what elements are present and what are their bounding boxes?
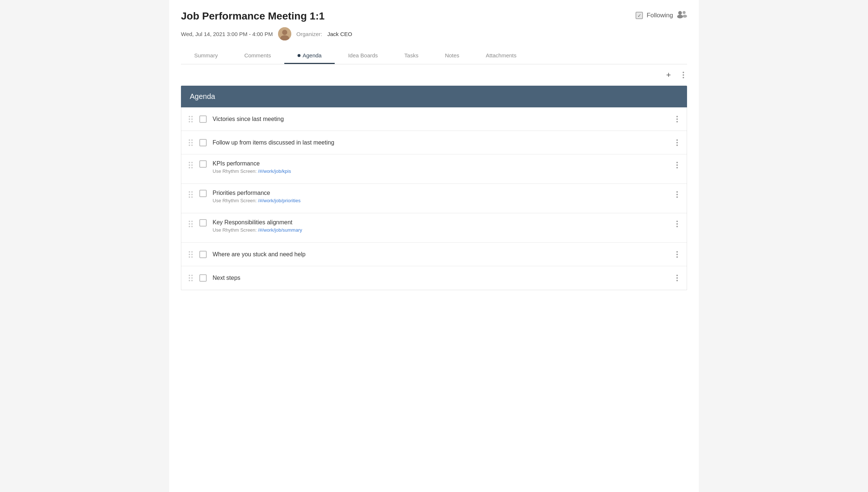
- svg-point-0: [678, 11, 682, 15]
- active-tab-dot: [298, 54, 300, 57]
- following-label: Following: [647, 12, 673, 19]
- following-checkbox: ✓: [636, 12, 643, 19]
- table-row: Where are you stuck and need help: [181, 243, 687, 266]
- drag-handle[interactable]: [187, 219, 194, 229]
- table-row: Victories since last meeting: [181, 107, 687, 131]
- item-checkbox[interactable]: [199, 139, 207, 146]
- item-subtitle: Use Rhythm Screen: /#/work/job/kpis: [213, 168, 673, 174]
- item-menu-icon: [676, 221, 678, 227]
- item-title: Follow up from items discussed in last m…: [213, 139, 673, 146]
- item-more-button[interactable]: [673, 114, 681, 124]
- tab-attachments[interactable]: Attachments: [473, 48, 530, 64]
- item-link[interactable]: /#/work/job/priorities: [258, 198, 301, 203]
- item-link[interactable]: /#/work/job/summary: [258, 227, 302, 233]
- item-checkbox[interactable]: [199, 115, 207, 123]
- item-link[interactable]: /#/work/job/kpis: [258, 168, 291, 174]
- organizer-name: Jack CEO: [327, 31, 352, 37]
- meeting-datetime: Wed, Jul 14, 2021 3:00 PM - 4:00 PM: [181, 31, 273, 37]
- tab-comments[interactable]: Comments: [231, 48, 284, 64]
- item-checkbox[interactable]: [199, 190, 207, 197]
- svg-point-3: [683, 15, 687, 18]
- tab-notes[interactable]: Notes: [432, 48, 473, 64]
- item-menu-icon: [676, 191, 678, 198]
- item-title: KPIs performance: [213, 160, 673, 167]
- item-content: Where are you stuck and need help: [213, 251, 673, 258]
- item-more-button[interactable]: [673, 250, 681, 259]
- item-menu-icon: [676, 116, 678, 122]
- item-more-button[interactable]: [673, 190, 681, 199]
- item-more-button[interactable]: [673, 138, 681, 147]
- tab-tasks[interactable]: Tasks: [391, 48, 431, 64]
- item-more-button[interactable]: [673, 273, 681, 283]
- more-options-button[interactable]: [680, 70, 687, 80]
- drag-handle[interactable]: [187, 114, 194, 124]
- item-title: Key Responsibilities alignment: [213, 219, 673, 226]
- agenda-section: Agenda Victories since last meeting: [181, 86, 687, 290]
- page-title: Job Performance Meeting 1:1: [181, 10, 325, 22]
- item-content: Follow up from items discussed in last m…: [213, 139, 673, 146]
- people-icon: [677, 10, 687, 21]
- item-content: Victories since last meeting: [213, 116, 673, 122]
- item-title: Where are you stuck and need help: [213, 251, 673, 258]
- organizer-avatar: [278, 27, 291, 40]
- drag-handle[interactable]: [187, 160, 194, 170]
- following-button[interactable]: ✓ Following: [636, 10, 687, 21]
- tab-navigation: Summary Comments Agenda Idea Boards Task…: [181, 48, 687, 64]
- svg-point-5: [282, 30, 287, 35]
- item-content: KPIs performance Use Rhythm Screen: /#/w…: [213, 160, 673, 174]
- table-row: Key Responsibilities alignment Use Rhyth…: [181, 213, 687, 243]
- item-subtitle: Use Rhythm Screen: /#/work/job/summary: [213, 227, 673, 233]
- meeting-meta: Wed, Jul 14, 2021 3:00 PM - 4:00 PM Orga…: [181, 27, 687, 40]
- table-row: KPIs performance Use Rhythm Screen: /#/w…: [181, 154, 687, 184]
- item-checkbox[interactable]: [199, 274, 207, 282]
- add-item-button[interactable]: +: [663, 69, 674, 81]
- item-content: Next steps: [213, 275, 673, 281]
- item-menu-icon: [676, 139, 678, 146]
- tab-idea-boards[interactable]: Idea Boards: [335, 48, 391, 64]
- svg-point-2: [683, 11, 686, 14]
- tab-agenda[interactable]: Agenda: [284, 48, 335, 64]
- item-content: Key Responsibilities alignment Use Rhyth…: [213, 219, 673, 233]
- table-row: Follow up from items discussed in last m…: [181, 131, 687, 154]
- agenda-list: Victories since last meeting: [181, 107, 687, 290]
- agenda-header: Agenda: [181, 86, 687, 107]
- item-content: Priorities performance Use Rhythm Screen…: [213, 190, 673, 203]
- drag-handle[interactable]: [187, 273, 194, 283]
- item-title: Priorities performance: [213, 190, 673, 196]
- item-menu-icon: [676, 275, 678, 281]
- table-row: Priorities performance Use Rhythm Screen…: [181, 184, 687, 213]
- item-checkbox[interactable]: [199, 251, 207, 258]
- item-menu-icon: [676, 251, 678, 258]
- item-title: Next steps: [213, 275, 673, 281]
- drag-handle[interactable]: [187, 190, 194, 199]
- item-more-button[interactable]: [673, 219, 681, 229]
- table-row: Next steps: [181, 266, 687, 290]
- item-checkbox[interactable]: [199, 160, 207, 168]
- more-icon: [683, 72, 684, 78]
- drag-handle[interactable]: [187, 138, 194, 147]
- content-toolbar: +: [181, 64, 687, 86]
- item-subtitle: Use Rhythm Screen: /#/work/job/prioritie…: [213, 198, 673, 203]
- tab-summary[interactable]: Summary: [181, 48, 231, 64]
- organizer-label: Organizer:: [296, 31, 322, 37]
- item-menu-icon: [676, 162, 678, 168]
- item-title: Victories since last meeting: [213, 116, 673, 122]
- svg-point-1: [677, 15, 683, 18]
- item-more-button[interactable]: [673, 160, 681, 170]
- item-checkbox[interactable]: [199, 219, 207, 227]
- drag-handle[interactable]: [187, 250, 194, 259]
